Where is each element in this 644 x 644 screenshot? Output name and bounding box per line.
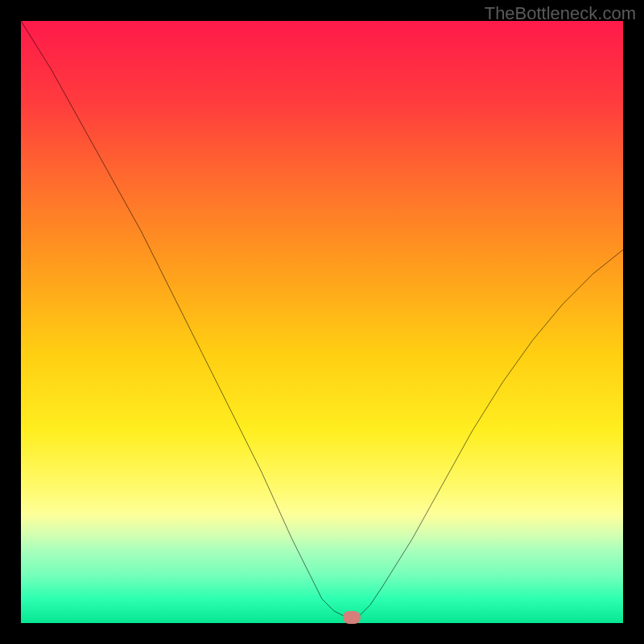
watermark-text: TheBottleneck.com xyxy=(485,3,636,24)
bottleneck-curve-path xyxy=(21,21,623,617)
bottleneck-curve-svg xyxy=(21,21,623,623)
current-config-marker xyxy=(343,611,361,624)
